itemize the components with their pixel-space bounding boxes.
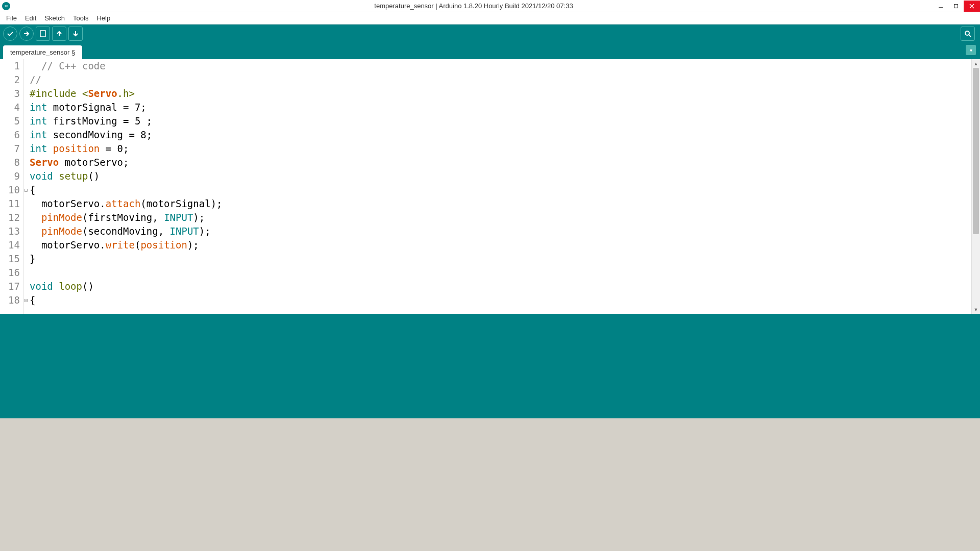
check-icon xyxy=(6,30,14,38)
toolbar xyxy=(0,24,980,43)
svg-line-6 xyxy=(969,35,971,37)
code-line[interactable]: pinMode(secondMoving, INPUT); xyxy=(30,224,971,238)
fold-marker xyxy=(23,280,29,293)
code-line[interactable]: int firstMoving = 5 ; xyxy=(30,114,971,128)
scroll-down-arrow-icon[interactable]: ▼ xyxy=(972,305,980,314)
fold-marker xyxy=(23,266,29,280)
editor-area: 123456789101112131415161718 ⊟⊟ // C++ co… xyxy=(0,59,980,314)
menu-tools[interactable]: Tools xyxy=(69,13,92,23)
fold-marker xyxy=(23,114,29,128)
fold-marker xyxy=(23,169,29,183)
code-line[interactable]: int position = 0; xyxy=(30,142,971,156)
maximize-button[interactable] xyxy=(948,1,964,12)
code-line[interactable]: } xyxy=(30,252,971,266)
code-line[interactable]: int secondMoving = 8; xyxy=(30,128,971,142)
fold-marker xyxy=(23,59,29,73)
maximize-icon xyxy=(953,4,959,9)
code-line[interactable]: void setup() xyxy=(30,169,971,183)
open-sketch-button[interactable] xyxy=(52,27,66,41)
line-number: 5 xyxy=(0,114,20,128)
tab-menu-button[interactable]: ▾ xyxy=(966,45,976,55)
tab-sketch[interactable]: temperature_sensor § xyxy=(3,45,82,59)
line-number: 14 xyxy=(0,238,20,252)
tab-strip: temperature_sensor § ▾ xyxy=(0,43,980,59)
line-number: 16 xyxy=(0,266,20,280)
code-line[interactable]: void loop() xyxy=(30,280,971,293)
scroll-up-arrow-icon[interactable]: ▲ xyxy=(972,59,980,68)
menu-help[interactable]: Help xyxy=(92,13,114,23)
app-window: ∞ temperature_sensor | Arduino 1.8.20 Ho… xyxy=(0,0,980,418)
line-number: 9 xyxy=(0,169,20,183)
serial-monitor-button[interactable] xyxy=(961,27,975,41)
arrow-up-icon xyxy=(55,30,63,38)
fold-column: ⊟⊟ xyxy=(23,59,29,314)
line-number: 8 xyxy=(0,156,20,169)
line-number: 18 xyxy=(0,293,20,307)
svg-rect-1 xyxy=(954,4,958,8)
svg-rect-4 xyxy=(40,31,45,37)
line-number: 17 xyxy=(0,280,20,293)
fold-marker xyxy=(23,197,29,211)
line-number: 11 xyxy=(0,197,20,211)
arrow-right-icon xyxy=(22,30,31,38)
fold-marker xyxy=(23,73,29,87)
verify-button[interactable] xyxy=(3,27,17,41)
line-number: 13 xyxy=(0,224,20,238)
minimize-button[interactable] xyxy=(933,1,948,12)
new-sketch-button[interactable] xyxy=(36,27,50,41)
fold-marker xyxy=(23,128,29,142)
arduino-app-icon: ∞ xyxy=(2,2,10,10)
menu-edit[interactable]: Edit xyxy=(21,13,40,23)
line-number: 1 xyxy=(0,59,20,73)
line-number: 3 xyxy=(0,87,20,101)
line-number: 6 xyxy=(0,128,20,142)
window-title: temperature_sensor | Arduino 1.8.20 Hour… xyxy=(14,2,933,10)
scrollbar-track[interactable] xyxy=(972,68,980,305)
code-line[interactable]: { xyxy=(30,293,971,307)
code-line[interactable]: motorServo.attach(motorSignal); xyxy=(30,197,971,211)
menubar: File Edit Sketch Tools Help xyxy=(0,12,980,24)
fold-marker[interactable]: ⊟ xyxy=(23,293,29,307)
fold-marker xyxy=(23,87,29,101)
code-line[interactable]: pinMode(firstMoving, INPUT); xyxy=(30,211,971,224)
code-line[interactable]: // xyxy=(30,73,971,87)
line-number: 10 xyxy=(0,183,20,197)
line-number: 12 xyxy=(0,211,20,224)
console-panel xyxy=(0,314,980,418)
line-number: 4 xyxy=(0,101,20,114)
code-line[interactable]: { xyxy=(30,183,971,197)
code-content[interactable]: // C++ code//#include <Servo.h>int motor… xyxy=(29,59,971,314)
fold-marker xyxy=(23,101,29,114)
code-line[interactable]: motorServo.write(position); xyxy=(30,238,971,252)
fold-marker[interactable]: ⊟ xyxy=(23,183,29,197)
line-number-gutter: 123456789101112131415161718 xyxy=(0,59,23,314)
line-number: 7 xyxy=(0,142,20,156)
fold-marker xyxy=(23,156,29,169)
window-controls xyxy=(933,1,980,12)
svg-point-5 xyxy=(965,31,969,35)
magnifier-icon xyxy=(964,30,972,38)
fold-marker xyxy=(23,142,29,156)
menu-sketch[interactable]: Sketch xyxy=(40,13,69,23)
vertical-scrollbar[interactable]: ▲ ▼ xyxy=(971,59,980,314)
fold-marker xyxy=(23,238,29,252)
code-line[interactable]: // C++ code xyxy=(30,59,971,73)
close-button[interactable] xyxy=(964,1,980,12)
code-line[interactable]: #include <Servo.h> xyxy=(30,87,971,101)
desktop-background xyxy=(0,418,980,551)
arrow-down-icon xyxy=(71,30,80,38)
save-sketch-button[interactable] xyxy=(68,27,83,41)
titlebar: ∞ temperature_sensor | Arduino 1.8.20 Ho… xyxy=(0,0,980,12)
fold-marker xyxy=(23,252,29,266)
code-line[interactable]: int motorSignal = 7; xyxy=(30,101,971,114)
line-number: 2 xyxy=(0,73,20,87)
fold-marker xyxy=(23,211,29,224)
minimize-icon xyxy=(938,4,943,9)
scrollbar-thumb[interactable] xyxy=(973,68,979,234)
upload-button[interactable] xyxy=(19,27,34,41)
code-line[interactable]: Servo motorServo; xyxy=(30,156,971,169)
menu-file[interactable]: File xyxy=(2,13,21,23)
code-editor[interactable]: 123456789101112131415161718 ⊟⊟ // C++ co… xyxy=(0,59,971,314)
code-line[interactable] xyxy=(30,266,971,280)
close-icon xyxy=(969,4,974,9)
